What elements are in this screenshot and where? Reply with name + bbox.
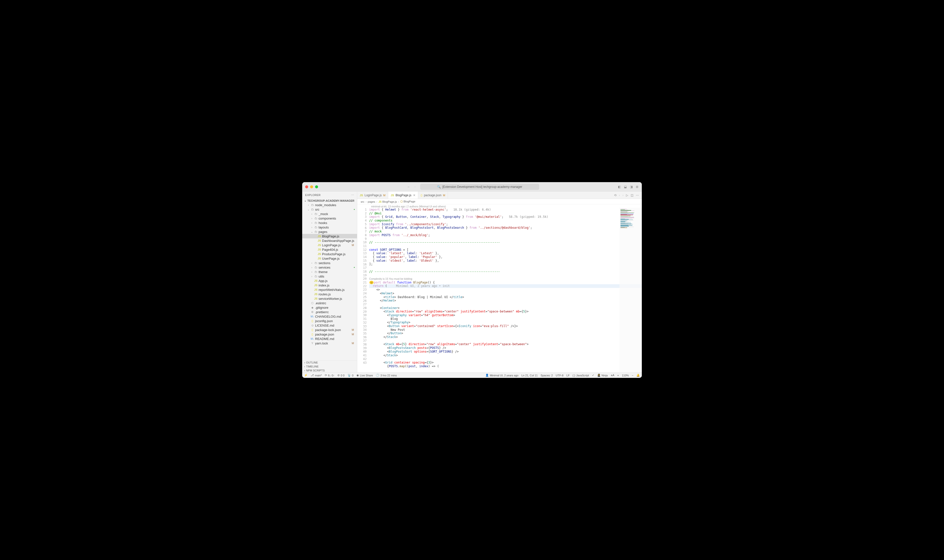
project-section[interactable]: ⌄ TECHGROUP-ACADEMY-MANAGER xyxy=(302,198,357,203)
code-line[interactable]: 😐port default function BlogPage() { xyxy=(369,281,642,285)
code-line[interactable]: // -------------------------------------… xyxy=(369,270,642,274)
tree-item-node_modules[interactable]: ›🗀node_modules xyxy=(302,203,357,207)
blame-status[interactable]: 👤 Minimal UI, 2 years ago xyxy=(485,374,519,377)
code-line[interactable]: </Stack> xyxy=(369,335,642,339)
tree-item-blogpage-js[interactable]: JSBlogPage.js xyxy=(302,234,357,238)
code-line[interactable]: <title> Dashboard: Blog | Minimal UI </t… xyxy=(369,295,642,299)
tree-item-theme[interactable]: ›🗀theme xyxy=(302,269,357,274)
zoom-minus[interactable]: − xyxy=(632,374,633,377)
code-line[interactable]: // components xyxy=(369,219,642,223)
codelens-authors[interactable]: minimal-ui-kit, 13 months ago | 2 author… xyxy=(357,205,642,208)
close-icon[interactable]: ✕ xyxy=(413,194,416,197)
code-line[interactable]: <Helmet> xyxy=(369,292,642,295)
more-icon[interactable]: ⋯ xyxy=(351,194,354,197)
code-line[interactable]: </Stack> xyxy=(369,354,642,357)
run-icon[interactable]: ▷ xyxy=(626,194,628,197)
tree-item-utils[interactable]: ›🗀utils xyxy=(302,274,357,278)
more-tab-icon[interactable]: ⋯ xyxy=(636,194,639,197)
code-line[interactable]: import { Helmet } from 'react-helmet-asy… xyxy=(369,208,642,212)
code-line[interactable]: // @mui xyxy=(369,212,642,215)
minimize-window-button[interactable] xyxy=(310,185,313,188)
breadcrumb-item[interactable]: pages xyxy=(368,200,375,203)
tree-item-serviceworker-js[interactable]: JSserviceWorker.js xyxy=(302,296,357,301)
command-center[interactable]: 🔍 [Extension Development Host] techgroup… xyxy=(420,184,539,190)
language-status[interactable]: { } JavaScript xyxy=(573,374,589,377)
cursor-position[interactable]: Ln 21, Col 11 xyxy=(521,374,537,377)
tree-item--eslintrc[interactable]: ⬡.eslintrc xyxy=(302,301,357,305)
code-line[interactable]: <Typography variant="h4" gutterBottom> xyxy=(369,314,642,317)
tree-item-reportwebvitals-js[interactable]: JSreportWebVitals.js xyxy=(302,288,357,292)
code-line[interactable]: <Button variant="contained" startIcon={<… xyxy=(369,325,642,328)
code-line[interactable]: <BlogPostsSearch posts={POSTS} /> xyxy=(369,346,642,350)
tree-item-components[interactable]: ›🗀components xyxy=(302,216,357,220)
layout-toggle-bottom-icon[interactable]: ⬓ xyxy=(624,185,627,189)
font-size-icon[interactable]: ᴀA xyxy=(611,374,614,377)
code-line[interactable]: {POSTS.map((post, index) => ( xyxy=(369,365,642,368)
tree-item-routes-js[interactable]: JSroutes.js xyxy=(302,292,357,296)
code-line[interactable] xyxy=(369,244,642,248)
code-line[interactable]: import POSTS from '../_mock/blog'; xyxy=(369,234,642,237)
forward-button[interactable]: → xyxy=(413,185,416,189)
tree-item-changelog-md[interactable]: M↓CHANGELOG.md xyxy=(302,314,357,318)
code-line[interactable] xyxy=(369,266,642,270)
code-line[interactable]: // -------------------------------------… xyxy=(369,241,642,244)
notifications-icon[interactable]: 🔔 xyxy=(636,374,640,377)
eol-status[interactable]: LF xyxy=(567,374,570,377)
nav-next-icon[interactable]: › xyxy=(622,194,624,197)
code-line[interactable]: { value: 'latest', label: 'Latest' }, xyxy=(369,251,642,255)
ports-status[interactable]: 📡 0 xyxy=(348,374,354,377)
indent-status[interactable]: Spaces: 2 xyxy=(541,374,553,377)
code-line[interactable] xyxy=(369,273,642,277)
code-line[interactable] xyxy=(369,339,642,343)
code-line[interactable]: <Grid container spacing={3}> xyxy=(369,361,642,365)
layout-toggle-left-icon[interactable]: ◧ xyxy=(618,185,621,189)
ninja-status[interactable]: 🥷 Ninja xyxy=(597,374,608,377)
tree-item-pages[interactable]: ⌄🗀pages xyxy=(302,229,357,234)
breadcrumb-item[interactable]: src xyxy=(361,200,364,203)
section-timeline[interactable]: ›TIMELINE xyxy=(302,365,357,368)
zoom-plus[interactable]: + xyxy=(617,374,619,377)
code-line[interactable]: import { Grid, Button, Container, Stack,… xyxy=(369,215,642,219)
git-compare-icon[interactable]: ⟲ xyxy=(614,194,616,197)
tree-item-userpage-js[interactable]: JSUserPage.js xyxy=(302,256,357,261)
code-line[interactable]: </Button> xyxy=(369,332,642,335)
prettier-status[interactable]: ✓ xyxy=(592,374,594,377)
tree-item-services[interactable]: ›🗀services● xyxy=(302,265,357,269)
code-line[interactable]: const SORT_OPTIONS = [ xyxy=(369,248,642,252)
encoding-status[interactable]: UTF-8 xyxy=(556,374,564,377)
code-line[interactable]: <Stack mb={5} direction="row" alignItems… xyxy=(369,342,642,346)
back-button[interactable]: ← xyxy=(407,185,410,189)
branch-status[interactable]: ⎇ main* xyxy=(311,374,322,377)
code-line[interactable]: Blog xyxy=(369,317,642,321)
tree-item-readme-md[interactable]: M↓README.md xyxy=(302,337,357,341)
tree-item-layouts[interactable]: ›🗀layouts xyxy=(302,225,357,229)
breadcrumb[interactable]: src›pages›JS BlogPage.js›⬡ BlogPage xyxy=(357,199,642,205)
code-line[interactable]: { value: 'oldest', label: 'Oldest' }, xyxy=(369,259,642,263)
time-tracker[interactable]: 🕐 3 hrs 22 mins xyxy=(376,374,397,377)
code-line[interactable]: <Container> xyxy=(369,306,642,310)
code-line[interactable]: </Helmet> xyxy=(369,299,642,303)
zoom-level[interactable]: 110% xyxy=(622,374,629,377)
tree-item-dashboardapppage-js[interactable]: JSDashboardAppPage.js xyxy=(302,238,357,243)
tree-item--gitignore[interactable]: ◆.gitignore xyxy=(302,305,357,310)
problems-status[interactable]: ⊘ 0 0 xyxy=(337,374,344,377)
tab-package-json[interactable]: {}package.jsonM xyxy=(418,192,448,199)
tree-item-loginpage-js[interactable]: JSLoginPage.jsM xyxy=(302,243,357,247)
section-npm-scripts[interactable]: ›NPM SCRIPTS xyxy=(302,368,357,372)
code-line[interactable] xyxy=(369,303,642,306)
sync-status[interactable]: ⟳ 6↓ 0↑ xyxy=(325,374,334,377)
section-outline[interactable]: ›OUTLINE xyxy=(302,360,357,365)
liveshare-button[interactable]: ◉ Live Share xyxy=(356,374,373,377)
code-line[interactable]: </Typography> xyxy=(369,321,642,325)
tree-item-sections[interactable]: ›🗀sections xyxy=(302,261,357,265)
tree-item-yarn-lock[interactable]: Yyarn.lockM xyxy=(302,341,357,345)
code-line[interactable] xyxy=(369,237,642,241)
code-line[interactable]: import Iconify from '../components/iconi… xyxy=(369,223,642,226)
maximize-window-button[interactable] xyxy=(315,185,318,188)
code-line[interactable]: New Post xyxy=(369,328,642,332)
tree-item-license-md[interactable]: ⊙LICENSE.md xyxy=(302,323,357,328)
code-line[interactable]: import { BlogPostCard, BlogPostsSort, Bl… xyxy=(369,226,642,230)
code-content[interactable]: import { Helmet } from 'react-helmet-asy… xyxy=(369,208,642,372)
tree-item-jsconfig-json[interactable]: {}jsconfig.json xyxy=(302,318,357,323)
code-line[interactable]: return ( Minimal UI, 2 years ago • init xyxy=(369,284,642,288)
